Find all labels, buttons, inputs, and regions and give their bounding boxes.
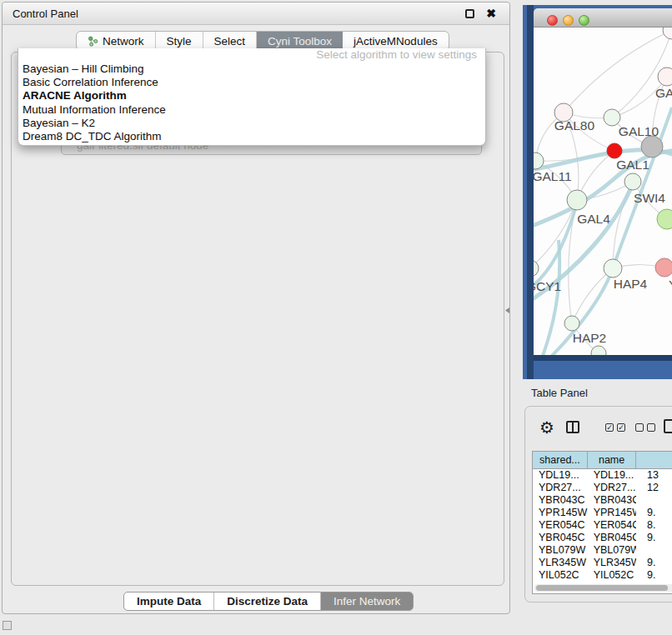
close-icon[interactable]: ✖	[486, 6, 496, 22]
network-node[interactable]	[658, 68, 672, 86]
table-row[interactable]: YBR045CYBR045C9.	[533, 532, 672, 544]
table-cell: YDL19...	[588, 469, 636, 482]
table-horizontal-scrollbar[interactable]	[534, 584, 672, 592]
tab-network[interactable]: Network	[77, 32, 156, 50]
network-node-label: GAL80	[554, 118, 595, 132]
checked-box-icon: ✓	[605, 423, 614, 432]
select-all-checkboxes-icon[interactable]: ✓ ✓	[605, 423, 625, 432]
table-row[interactable]: YER054CYER054C8.	[533, 519, 672, 532]
mac-close-icon[interactable]	[547, 15, 558, 26]
network-node[interactable]	[607, 143, 622, 158]
algorithm-dropdown-placeholder: Select algorithm to view settings	[18, 48, 485, 62]
columns-icon[interactable]	[566, 421, 579, 433]
mac-zoom-icon[interactable]	[579, 15, 589, 26]
gear-icon[interactable]: ⚙	[539, 418, 554, 438]
table-cell: YDR27...	[588, 482, 636, 494]
table-cell: YLR345W	[533, 557, 588, 569]
table-column-header[interactable]	[636, 452, 672, 468]
network-node-label: GAL4	[577, 212, 610, 226]
tab-cyni-toolbox[interactable]: Cyni Toolbox	[257, 32, 343, 50]
network-icon	[88, 36, 98, 47]
tab-style[interactable]: Style	[156, 32, 203, 50]
network-node[interactable]	[567, 190, 587, 210]
checked-box-icon: ✓	[617, 423, 625, 432]
tab-impute-data[interactable]: Impute Data	[124, 592, 214, 610]
screen: Control Panel ✖ Network Style Select	[0, 0, 672, 635]
network-node[interactable]	[655, 258, 672, 277]
document-icon[interactable]	[664, 419, 672, 433]
tab-cyni-toolbox-label: Cyni Toolbox	[268, 35, 332, 48]
algorithm-option[interactable]: Bayesian – K2	[18, 117, 485, 130]
network-node-label: GCY1	[534, 279, 561, 293]
network-node[interactable]	[604, 109, 620, 126]
network-node[interactable]	[564, 316, 579, 331]
algorithm-option[interactable]: ARACNE Algorithm	[18, 89, 485, 102]
network-window-frame-shadow	[527, 5, 534, 379]
table-cell: YBR045C	[533, 532, 588, 544]
table-cell: YBL079W	[588, 544, 636, 557]
network-node[interactable]	[604, 259, 622, 278]
table-row[interactable]: YDR27...YDR27...12	[533, 482, 672, 494]
algorithm-option[interactable]: Dream8 DC_TDC Algorithm	[18, 130, 485, 143]
cyni-bottom-tabs: Impute Data Discretize Data Infer Networ…	[123, 592, 414, 611]
table-header-row: shared...name	[533, 452, 672, 469]
table-cell: YBR043C	[533, 494, 588, 507]
table-cell: YLR345W	[588, 557, 636, 569]
tab-jactivemnodules[interactable]: jActiveMNodules	[343, 32, 449, 50]
network-node[interactable]	[591, 346, 606, 355]
table-column-header[interactable]: name	[588, 452, 636, 468]
table-cell: 13	[636, 469, 672, 482]
network-node[interactable]	[624, 173, 641, 190]
network-canvas[interactable]: GALGAL80GAL10GAL1GAL11SWI4GAL4GCY1HAP4YH…	[534, 28, 672, 355]
table-cell	[636, 544, 672, 557]
unchecked-box-icon	[647, 423, 655, 432]
control-panel-title: Control Panel	[13, 2, 78, 25]
network-node-label: GAL	[655, 86, 672, 100]
network-node-label: Y	[669, 278, 672, 292]
network-node[interactable]	[641, 136, 663, 158]
network-edge	[572, 268, 613, 323]
mac-minimize-icon[interactable]	[563, 15, 574, 26]
algorithm-option[interactable]: Bayesian – Hill Climbing	[18, 62, 485, 76]
unchecked-box-icon	[635, 423, 644, 432]
network-node[interactable]	[663, 28, 672, 39]
network-node-label: HAP4	[614, 277, 648, 291]
table-cell: YER054C	[533, 519, 588, 532]
float-window-icon[interactable]	[465, 9, 474, 18]
table-panel-title: Table Panel	[531, 387, 588, 399]
table-hscroll-thumb[interactable]	[536, 585, 668, 591]
deselect-all-checkboxes-icon[interactable]	[635, 423, 655, 432]
table-cell: YBR045C	[588, 532, 636, 544]
algorithm-option[interactable]: Mutual Information Inference	[18, 103, 485, 117]
table-row[interactable]: YBL079WYBL079W	[533, 544, 672, 557]
network-node-label: GAL11	[534, 169, 572, 183]
network-view-window: GALGAL80GAL10GAL1GAL11SWI4GAL4GCY1HAP4YH…	[523, 5, 672, 379]
table-cell: YPR145W	[533, 507, 588, 519]
network-node-label: SWI4	[634, 191, 665, 205]
table-row[interactable]: YDL19...YDL19...13	[533, 469, 672, 482]
network-node-label: GAL10	[619, 124, 659, 138]
table-column-header[interactable]: shared...	[533, 452, 588, 468]
table-row[interactable]: YLR345WYLR345W9.	[533, 557, 672, 569]
table-row[interactable]: YIL052CYIL052C9.	[533, 569, 672, 580]
network-node-label: HAP2	[573, 331, 607, 345]
control-panel-titlebar[interactable]: Control Panel ✖	[3, 2, 509, 25]
table-row[interactable]: YPR145WYPR145W9.	[533, 507, 672, 519]
table-row[interactable]: YBR043CYBR043C	[533, 494, 672, 507]
network-node[interactable]	[657, 209, 672, 229]
table-cell	[636, 494, 672, 507]
network-window-titlebar[interactable]	[534, 8, 672, 28]
table-cell: YBL079W	[533, 544, 588, 557]
tab-discretize-data[interactable]: Discretize Data	[214, 592, 321, 610]
table-panel: ⚙ ✓ ✓ shared...name YDL19...YDL19...13YD…	[524, 406, 672, 602]
algorithm-dropdown-popup: Select algorithm to view settings Bayesi…	[18, 48, 486, 146]
table-cell: YDR27...	[533, 482, 588, 494]
network-graph: GALGAL80GAL10GAL1GAL11SWI4GAL4GCY1HAP4YH…	[534, 28, 672, 355]
tab-select[interactable]: Select	[203, 32, 258, 50]
table-cell: YIL052C	[588, 569, 636, 580]
tab-infer-network[interactable]: Infer Network	[321, 592, 413, 610]
network-node[interactable]	[534, 260, 539, 277]
tab-network-label: Network	[103, 35, 144, 48]
table-cell: YIL052C	[533, 569, 588, 580]
algorithm-option[interactable]: Basic Correlation Inference	[18, 76, 485, 89]
